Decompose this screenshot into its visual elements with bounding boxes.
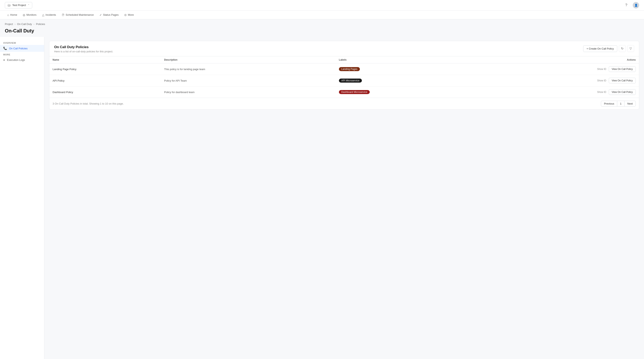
incidents-icon: △ xyxy=(42,13,44,17)
main-content: On Call Duty Policies Here is a list of … xyxy=(44,37,644,359)
scheduled-maintenance-icon: ⏱ xyxy=(62,13,64,17)
current-page: 1 xyxy=(617,101,624,107)
col-header-labels: Labels xyxy=(336,56,473,64)
policy-description-0: This policy is for lanidng page team xyxy=(161,64,336,75)
view-on-call-policy-button-1[interactable]: View On Call Policy xyxy=(609,78,636,83)
view-on-call-policy-button-0[interactable]: View On Call Policy xyxy=(609,66,636,72)
filter-button[interactable]: ▽ xyxy=(627,45,634,52)
sidebar-item-execution-logs[interactable]: ≡ Execution Logs xyxy=(0,57,44,63)
nav-label-status-pages: Status Pages xyxy=(103,13,118,16)
layout: Overview 📞 On Call Policies More ≡ Execu… xyxy=(0,37,644,359)
label-badge-1: API Microservice xyxy=(339,79,362,83)
table-row: Landing Page Policy This policy is for l… xyxy=(49,64,639,75)
topbar-left: 🗂 Test Project ⌃ xyxy=(5,2,32,9)
policy-actions-1: Show ID View On Call Policy xyxy=(473,75,639,86)
show-id-button-2[interactable]: Show ID xyxy=(597,91,606,94)
policy-description-1: Policy for API Team xyxy=(161,75,336,86)
refresh-button[interactable]: ↻ xyxy=(619,45,626,52)
page-title: On-Call Duty xyxy=(0,27,644,37)
breadcrumb-on-call-duty[interactable]: On Call Duty xyxy=(17,23,32,26)
sidebar-label-execution-logs: Execution Logs xyxy=(7,59,25,62)
actions-cell-2: Show ID View On Call Policy xyxy=(476,89,636,95)
card-actions: + Create On Call Policy ↻ ▽ xyxy=(583,45,634,52)
policy-description-2: Policy for dashboard team xyxy=(161,86,336,98)
policy-name-0: Landing Page Policy xyxy=(49,64,161,75)
policy-labels-1: API Microservice xyxy=(336,75,473,86)
refresh-icon: ↻ xyxy=(621,47,624,50)
breadcrumb-sep-1: › xyxy=(14,23,15,26)
label-badge-2: Dashboard Microservice xyxy=(339,90,370,94)
nav-item-scheduled-maintenance[interactable]: ⏱ Scheduled Maintenance xyxy=(59,12,96,18)
nav-label-incidents: Incidents xyxy=(46,13,56,16)
avatar-icon: 👤 xyxy=(634,4,638,7)
nav-label-more: More xyxy=(128,13,134,16)
card-title: On Call Duty Policies xyxy=(54,45,113,49)
pagination-info: 3 On Call Duty Policies in total. Showin… xyxy=(52,102,124,105)
home-icon: ⌂ xyxy=(7,13,9,17)
label-badge-0: Landing Pages xyxy=(339,67,360,71)
nav-item-monitors[interactable]: ◎ Monitors xyxy=(20,12,39,18)
topbar: 🗂 Test Project ⌃ ? 👤 xyxy=(0,0,644,11)
project-selector[interactable]: 🗂 Test Project ⌃ xyxy=(5,2,32,9)
phone-icon: 📞 xyxy=(3,47,7,50)
nav-item-status-pages[interactable]: ✓ Status Pages xyxy=(97,12,121,18)
content-card: On Call Duty Policies Here is a list of … xyxy=(49,41,639,110)
card-subtitle: Here is a list of on-call-duty policies … xyxy=(54,50,113,53)
help-icon: ? xyxy=(625,3,627,7)
policy-name-1: API Policy xyxy=(49,75,161,86)
create-on-call-policy-button[interactable]: + Create On Call Policy xyxy=(583,45,617,52)
sidebar-more-label: More xyxy=(0,52,44,57)
topbar-right: ? 👤 xyxy=(623,2,639,9)
sidebar-item-on-call-policies[interactable]: 📞 On Call Policies xyxy=(0,45,44,52)
actions-cell-0: Show ID View On Call Policy xyxy=(476,66,636,72)
filter-icon: ▽ xyxy=(630,47,632,50)
help-button[interactable]: ? xyxy=(623,2,630,9)
avatar[interactable]: 👤 xyxy=(633,2,639,9)
actions-cell-1: Show ID View On Call Policy xyxy=(476,78,636,83)
breadcrumb-policies: Policies xyxy=(36,23,45,26)
show-id-button-0[interactable]: Show ID xyxy=(597,68,606,71)
col-header-description: Description xyxy=(161,56,336,64)
policy-name-2: Dashboard Policy xyxy=(49,86,161,98)
monitors-icon: ◎ xyxy=(23,13,25,17)
sidebar-overview-label: Overview xyxy=(0,40,44,45)
previous-button[interactable]: Previous xyxy=(601,101,617,107)
table-row: Dashboard Policy Policy for dashboard te… xyxy=(49,86,639,98)
breadcrumb: Project › On Call Duty › Policies xyxy=(0,19,644,27)
logs-icon: ≡ xyxy=(3,58,5,62)
col-header-actions: Actions xyxy=(473,56,639,64)
more-icon: ⊙ xyxy=(124,13,127,17)
show-id-button-1[interactable]: Show ID xyxy=(597,79,606,82)
project-name: Test Project xyxy=(12,4,26,7)
table-header-row: Name Description Labels Actions xyxy=(49,56,639,64)
sidebar: Overview 📞 On Call Policies More ≡ Execu… xyxy=(0,37,44,359)
card-header-text: On Call Duty Policies Here is a list of … xyxy=(54,45,113,53)
pagination-row: 3 On Call Duty Policies in total. Showin… xyxy=(49,98,639,109)
navbar: ⌂ Home ◎ Monitors △ Incidents ⏱ Schedule… xyxy=(0,11,644,19)
breadcrumb-sep-2: › xyxy=(34,23,34,26)
nav-item-more[interactable]: ⊙ More xyxy=(122,12,136,18)
folder-icon: 🗂 xyxy=(8,4,11,7)
policy-labels-2: Dashboard Microservice xyxy=(336,86,473,98)
chevron-down-icon: ⌃ xyxy=(28,4,30,7)
policy-actions-2: Show ID View On Call Policy xyxy=(473,86,639,98)
card-header: On Call Duty Policies Here is a list of … xyxy=(49,41,639,56)
col-header-name: Name xyxy=(49,56,161,64)
breadcrumb-project[interactable]: Project xyxy=(5,23,13,26)
policy-labels-0: Landing Pages xyxy=(336,64,473,75)
status-pages-icon: ✓ xyxy=(100,13,102,17)
nav-label-monitors: Monitors xyxy=(26,13,36,16)
nav-item-incidents[interactable]: △ Incidents xyxy=(40,12,58,18)
table-row: API Policy Policy for API Team API Micro… xyxy=(49,75,639,86)
nav-item-home[interactable]: ⌂ Home xyxy=(5,12,20,18)
nav-label-scheduled-maintenance: Scheduled Maintenance xyxy=(66,13,94,16)
next-button[interactable]: Next xyxy=(624,101,636,107)
view-on-call-policy-button-2[interactable]: View On Call Policy xyxy=(609,89,636,95)
pagination-controls: Previous 1 Next xyxy=(601,101,636,107)
policy-actions-0: Show ID View On Call Policy xyxy=(473,64,639,75)
policies-table: Name Description Labels Actions Landing … xyxy=(49,56,639,98)
sidebar-label-on-call-policies: On Call Policies xyxy=(9,47,28,50)
nav-label-home: Home xyxy=(10,13,17,16)
